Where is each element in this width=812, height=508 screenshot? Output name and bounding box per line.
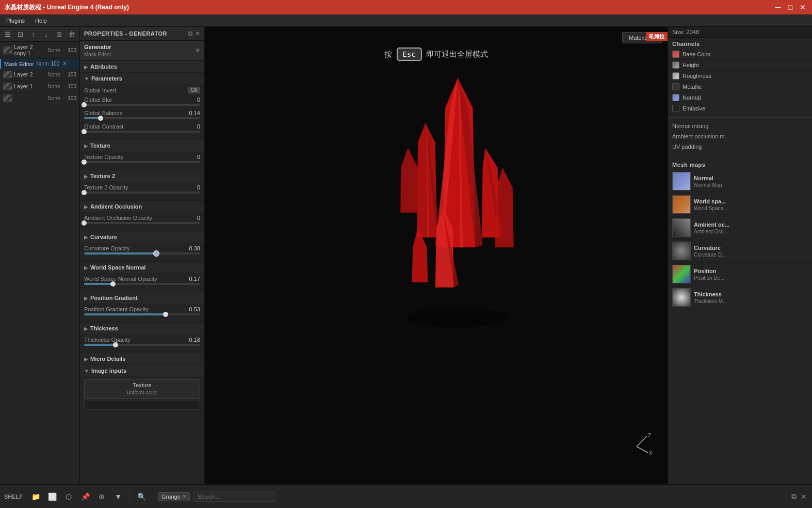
section-image-inputs-header[interactable]: ▼ Image inputs — [80, 365, 204, 376]
texture-opacity-thumb[interactable] — [82, 160, 87, 165]
mesh-map-curvature[interactable]: Curvature Curvature D... — [668, 240, 812, 263]
global-blur-track[interactable] — [84, 104, 200, 106]
wsn-opacity-thumb[interactable] — [110, 281, 116, 287]
mesh-map-ao[interactable]: Ambient oc... Ambient Occ... — [668, 216, 812, 240]
texture-input-button[interactable]: Texture uniform color — [84, 379, 200, 399]
channel-item-height[interactable]: Height — [668, 60, 812, 71]
shelf-search-input[interactable] — [193, 491, 275, 502]
global-balance-track[interactable] — [84, 117, 200, 119]
layer-mask-thumbnail — [3, 94, 12, 102]
layers-move-down-button[interactable]: ↓ — [40, 28, 52, 40]
section-parameters-header[interactable]: ▼ Parameters — [80, 73, 204, 84]
mesh-map-position[interactable]: Position Position De... — [668, 263, 812, 286]
section-wsn-header[interactable]: ▶ World Space Normal — [80, 262, 204, 273]
texture2-opacity-thumb[interactable] — [82, 190, 87, 195]
layer-close-icon[interactable]: ✕ — [62, 60, 67, 67]
mesh-map-thickness-thumb — [672, 288, 691, 307]
section-texture-header[interactable]: ▶ Texture — [80, 140, 204, 151]
layers-add-button[interactable]: ☰ — [2, 28, 13, 40]
texture2-opacity-track[interactable] — [84, 192, 200, 194]
shelf-search-button[interactable]: 🔍 — [135, 490, 148, 503]
layers-group-button[interactable]: ⊞ — [53, 28, 64, 40]
shelf-pin-button[interactable]: 📌 — [78, 490, 92, 503]
thickness-opacity-thumb[interactable] — [113, 342, 118, 347]
ao-opacity-track[interactable] — [84, 222, 200, 224]
section-thickness-header[interactable]: ▶ Thickness — [80, 323, 204, 334]
channel-item-normal[interactable]: Normal — [668, 92, 812, 103]
global-blur-thumb[interactable] — [82, 102, 87, 107]
position-opacity-fill — [84, 313, 166, 315]
mesh-map-normal[interactable]: Normal Normal Map — [668, 170, 812, 193]
wsn-opacity-track[interactable] — [84, 283, 200, 285]
viewport[interactable]: 按 Esc 即可退出全屏模式 Material — [205, 27, 668, 484]
channel-color-swatch — [672, 105, 679, 112]
close-button[interactable]: ✕ — [798, 2, 808, 12]
shelf-square-button[interactable]: ⬜ — [45, 490, 59, 503]
global-contrast-thumb[interactable] — [82, 129, 87, 134]
right-panel-scroll[interactable]: Channels Base Color Height Roughness Met… — [668, 38, 812, 484]
layers-trash-button[interactable]: 🗑 — [66, 28, 77, 40]
layer-item-layer2[interactable]: Layer 2 Norm 100 — [0, 69, 79, 81]
position-opacity-track[interactable] — [84, 313, 200, 315]
global-balance-label: Global Balance — [84, 110, 123, 116]
texture-input-sub: uniform color — [127, 390, 157, 395]
shelf-hex-button[interactable]: ⬡ — [62, 490, 75, 503]
menu-help[interactable]: Help — [33, 17, 49, 25]
channel-item-metallic[interactable]: Metallic — [668, 82, 812, 92]
layer-name: Layer 2 — [14, 71, 46, 77]
normal-mixing-label[interactable]: Normal mixing — [668, 121, 812, 131]
section-thickness-title: Thickness — [90, 325, 118, 331]
mesh-map-thickness[interactable]: Thickness Thickness M... — [668, 286, 812, 309]
texture-opacity-track[interactable] — [84, 161, 200, 163]
channel-item-roughness[interactable]: Roughness — [668, 71, 812, 82]
layers-move-up-button[interactable]: ↑ — [28, 28, 39, 40]
channel-item-emissive[interactable]: Emissive — [668, 103, 812, 114]
mesh-map-worldspace[interactable]: World spa... World Space... — [668, 193, 812, 216]
generator-close-icon[interactable]: ✕ — [195, 47, 200, 54]
ao-opacity-thumb[interactable] — [82, 220, 87, 226]
shelf-tag-close-icon[interactable]: ✕ — [182, 494, 186, 499]
properties-scroll[interactable]: ▶ Attributes ▼ Parameters Global Invert … — [80, 61, 204, 484]
menu-plugins[interactable]: Plugins — [4, 17, 27, 25]
section-ao-header[interactable]: ▶ Ambient Occlusion — [80, 201, 204, 212]
layers-delete-button[interactable]: ⊡ — [15, 28, 26, 40]
shelf-close-button[interactable]: ✕ — [800, 491, 808, 502]
shelf-link-button[interactable]: ⊕ — [95, 490, 108, 503]
section-curvature-header[interactable]: ▶ Curvature — [80, 231, 204, 243]
uv-padding-label[interactable]: UV padding — [668, 141, 812, 152]
maximize-button[interactable]: □ — [785, 2, 795, 12]
texture-input-secondary[interactable] — [84, 401, 200, 410]
global-balance-thumb[interactable] — [98, 116, 103, 121]
properties-panel-header: PROPERTIES - GENERATOR ⧉ ✕ — [80, 27, 204, 41]
layer-item-maskeditor[interactable]: Mask Editor Norm 100 ✕ — [0, 59, 79, 69]
position-opacity-thumb[interactable] — [163, 312, 168, 317]
section-texture2-header[interactable]: ▶ Texture 2 — [80, 170, 204, 182]
panel-close-icon[interactable]: ✕ — [195, 30, 200, 37]
minimize-button[interactable]: ─ — [773, 2, 783, 12]
left-panel: ☰ ⊡ ↑ ↓ ⊞ 🗑 Layer 2 copy 1 Norm 100 Mask… — [0, 27, 80, 484]
section-position-arrow: ▶ — [84, 295, 88, 301]
section-attributes-header[interactable]: ▶ Attributes — [80, 61, 204, 72]
thickness-opacity-track[interactable] — [84, 344, 200, 346]
texture-input-label: Texture — [133, 382, 151, 388]
global-invert-value[interactable]: Off — [188, 87, 200, 93]
ao-mixing-label[interactable]: Ambient occlusion m... — [668, 131, 812, 141]
layer-item-layer2copy1[interactable]: Layer 2 copy 1 Norm 100 — [0, 42, 79, 59]
shelf-maximize-button[interactable]: ⧉ — [790, 491, 798, 502]
layer-item-layer1[interactable]: Layer 1 Norm 100 — [0, 81, 79, 92]
layer-item-base[interactable]: Norm 100 — [0, 92, 79, 104]
shelf-grunge-tag[interactable]: Grunge ✕ — [158, 492, 190, 501]
shelf-folder-button[interactable]: 📁 — [29, 490, 42, 503]
svg-marker-3 — [417, 123, 437, 237]
main-content: ☰ ⊡ ↑ ↓ ⊞ 🗑 Layer 2 copy 1 Norm 100 Mask… — [0, 27, 812, 484]
global-contrast-track[interactable] — [84, 131, 200, 133]
generator-header: Generator Mask Editor ✕ — [80, 41, 204, 61]
section-micro-details-header[interactable]: ▶ Micro Details — [80, 353, 204, 364]
channel-item-basecolor[interactable]: Base Color — [668, 49, 812, 60]
curvature-opacity-track[interactable] — [84, 252, 200, 255]
curvature-opacity-thumb[interactable] — [153, 250, 159, 257]
section-position-header[interactable]: ▶ Position Gradient — [80, 292, 204, 304]
shelf-filter-button[interactable]: ▼ — [111, 490, 125, 503]
panel-maximize-icon[interactable]: ⧉ — [188, 30, 193, 37]
section-texture2-title: Texture 2 — [90, 173, 115, 179]
